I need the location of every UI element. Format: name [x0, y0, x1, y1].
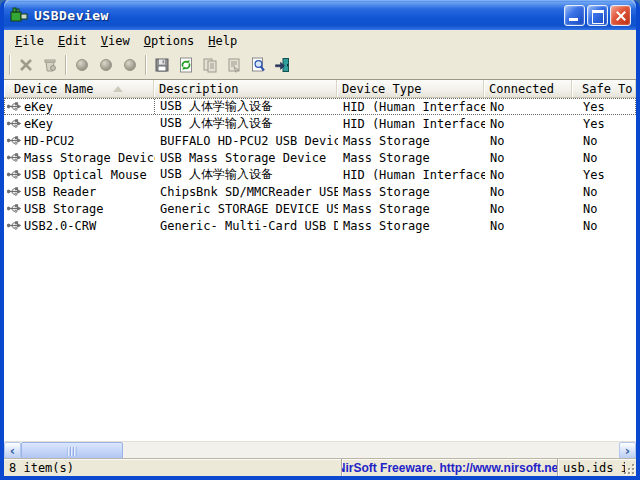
trash-uninstall-icon: [42, 57, 58, 73]
device-name-cell: Mass Storage Device: [24, 151, 155, 165]
usb-device-icon: [7, 151, 21, 164]
safe-to-unplug-cell: No: [573, 185, 635, 199]
device-type-cell: Mass Storage: [338, 219, 485, 233]
description-cell: Generic- Multi-Card USB D...: [155, 219, 338, 233]
menu-edit[interactable]: Edit: [51, 32, 94, 50]
window-title: USBDeview: [34, 8, 109, 23]
save-button[interactable]: [150, 54, 174, 76]
connected-cell: No: [485, 100, 573, 114]
toolbar-separator: [9, 55, 11, 75]
status-nirsoft-link[interactable]: NirSoft Freeware. http://www.nirsoft.net: [341, 459, 557, 476]
gray-ball-icon: [76, 59, 88, 71]
uninstall-button[interactable]: [38, 54, 62, 76]
table-row[interactable]: Mass Storage Device USB Mass Storage Dev…: [4, 149, 636, 166]
ball-button-1[interactable]: [70, 54, 94, 76]
table-row[interactable]: eKey USB 人体学输入设备 HID (Human Interface...…: [4, 115, 636, 132]
column-header-description[interactable]: Description: [154, 80, 337, 97]
table-row[interactable]: USB Storage Generic STORAGE DEVICE US...…: [4, 200, 636, 217]
title-bar[interactable]: USBDeview: [4, 0, 636, 30]
connected-cell: No: [485, 117, 573, 131]
close-button[interactable]: [610, 5, 631, 26]
description-cell: BUFFALO HD-PCU2 USB Device: [155, 134, 338, 148]
description-cell: USB 人体学输入设备: [155, 115, 338, 132]
table-row[interactable]: eKey USB 人体学输入设备 HID (Human Interface...…: [4, 98, 636, 115]
device-name-cell: USB Optical Mouse: [24, 168, 147, 182]
device-type-cell: Mass Storage: [338, 202, 485, 216]
find-button[interactable]: [246, 54, 270, 76]
usb-device-icon: [7, 185, 21, 198]
delete-x-icon: [18, 57, 34, 73]
device-type-cell: Mass Storage: [338, 151, 485, 165]
copy-icon: [202, 57, 218, 73]
refresh-icon: [178, 57, 194, 73]
ball-button-2[interactable]: [94, 54, 118, 76]
device-type-cell: Mass Storage: [338, 134, 485, 148]
menu-help[interactable]: Help: [201, 32, 244, 50]
scrollbar-thumb[interactable]: [21, 442, 123, 458]
usb-device-icon: [7, 219, 21, 232]
horizontal-scrollbar[interactable]: ‹ ›: [4, 441, 636, 458]
device-name-cell: USB Reader: [24, 185, 96, 199]
safe-to-unplug-cell: No: [573, 151, 635, 165]
safe-to-unplug-cell: Yes: [573, 100, 635, 114]
safe-to-unplug-cell: Yes: [573, 168, 635, 182]
device-type-cell: HID (Human Interface...: [338, 100, 485, 114]
description-cell: USB 人体学输入设备: [155, 166, 338, 183]
menu-bar: File Edit View Options Help: [4, 30, 636, 51]
table-body: eKey USB 人体学输入设备 HID (Human Interface...…: [4, 98, 636, 441]
table-row[interactable]: HD-PCU2 BUFFALO HD-PCU2 USB Device Mass …: [4, 132, 636, 149]
find-icon: [250, 57, 266, 73]
column-header-connected[interactable]: Connected: [484, 80, 572, 97]
exit-button[interactable]: [270, 54, 294, 76]
resize-grip-icon[interactable]: [625, 462, 635, 475]
usb-app-icon: [10, 6, 30, 24]
menu-options[interactable]: Options: [137, 32, 202, 50]
scroll-left-button[interactable]: ‹: [4, 442, 21, 458]
connected-cell: No: [485, 168, 573, 182]
device-list: Device Name Description Device Type Conn…: [4, 79, 636, 458]
table-row[interactable]: USB Optical Mouse USB 人体学输入设备 HID (Human…: [4, 166, 636, 183]
delete-button[interactable]: [14, 54, 38, 76]
device-name-cell: eKey: [24, 117, 53, 131]
usb-device-icon: [7, 168, 21, 181]
status-bar: 8 item(s) NirSoft Freeware. http://www.n…: [4, 458, 636, 476]
safe-to-unplug-cell: No: [573, 134, 635, 148]
status-item-count: 8 item(s): [4, 459, 341, 476]
safe-to-unplug-cell: No: [573, 219, 635, 233]
menu-file[interactable]: File: [8, 32, 51, 50]
column-header-safe-to-unplug[interactable]: Safe To U: [572, 80, 636, 97]
description-cell: ChipsBnk SD/MMCReader USB...: [155, 185, 338, 199]
column-header-device-type[interactable]: Device Type: [337, 80, 484, 97]
connected-cell: No: [485, 151, 573, 165]
properties-button[interactable]: [222, 54, 246, 76]
safe-to-unplug-cell: No: [573, 202, 635, 216]
refresh-button[interactable]: [174, 54, 198, 76]
device-name-cell: eKey: [24, 100, 53, 114]
connected-cell: No: [485, 185, 573, 199]
status-usbids-text: usb.ids is: [557, 459, 625, 476]
connected-cell: No: [485, 219, 573, 233]
usb-device-icon: [7, 202, 21, 215]
description-cell: USB 人体学输入设备: [155, 98, 338, 115]
description-cell: Generic STORAGE DEVICE US...: [155, 202, 338, 216]
usb-device-icon: [7, 100, 21, 113]
ball-button-3[interactable]: [118, 54, 142, 76]
maximize-button[interactable]: [587, 5, 608, 26]
table-row[interactable]: USB2.0-CRW Generic- Multi-Card USB D... …: [4, 217, 636, 234]
device-type-cell: HID (Human Interface...: [338, 168, 485, 182]
scrollbar-track[interactable]: [123, 442, 619, 458]
device-name-cell: USB2.0-CRW: [24, 219, 96, 233]
column-header-device-name[interactable]: Device Name: [4, 80, 154, 97]
toolbar-separator: [65, 55, 67, 75]
device-type-cell: Mass Storage: [338, 185, 485, 199]
save-floppy-icon: [154, 57, 170, 73]
properties-icon: [226, 57, 242, 73]
toolbar: [4, 51, 636, 79]
description-cell: USB Mass Storage Device: [155, 151, 338, 165]
scroll-right-button[interactable]: ›: [619, 442, 636, 458]
minimize-button[interactable]: [564, 5, 585, 26]
copy-button[interactable]: [198, 54, 222, 76]
usb-device-icon: [7, 117, 21, 130]
menu-view[interactable]: View: [94, 32, 137, 50]
table-row[interactable]: USB Reader ChipsBnk SD/MMCReader USB... …: [4, 183, 636, 200]
